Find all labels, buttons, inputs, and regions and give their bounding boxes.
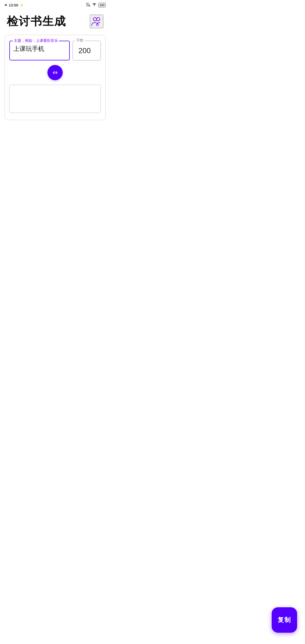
battery-indicator: 100: [98, 3, 106, 7]
svg-point-1: [94, 6, 95, 6]
word-count-input[interactable]: [78, 46, 95, 55]
page-title: 检讨书生成: [7, 14, 66, 29]
topic-field-wrapper: 主题，例如：上课看听音乐: [9, 41, 70, 60]
swap-button[interactable]: ⇔: [47, 65, 63, 80]
wifi-icon: [92, 3, 97, 8]
main-card: 主题，例如：上课看听音乐 字数 ⇔: [5, 35, 106, 120]
status-bar: ✖ 13:50 ⚡ 100: [0, 0, 110, 9]
word-count-wrapper: 字数: [73, 41, 101, 60]
swap-icon: ⇔: [53, 69, 58, 76]
sim-icon: ✖: [5, 3, 7, 7]
usb-icon: ⚡: [20, 3, 24, 7]
swap-button-wrapper: ⇔: [9, 65, 101, 80]
user-icon: [91, 16, 103, 27]
status-right: 100: [86, 3, 106, 8]
topic-label: 主题，例如：上课看听音乐: [13, 38, 59, 43]
status-left: ✖ 13:50 ⚡: [5, 3, 24, 7]
output-area[interactable]: [9, 85, 101, 113]
bell-icon: [86, 3, 90, 8]
time-display: 13:50: [9, 3, 18, 7]
svg-point-2: [93, 18, 97, 21]
topic-input[interactable]: [13, 44, 66, 53]
svg-point-3: [97, 18, 100, 21]
user-profile-button[interactable]: [90, 15, 103, 28]
input-row: 主题，例如：上课看听音乐 字数: [9, 41, 101, 60]
word-count-label: 字数: [75, 38, 85, 43]
svg-line-0: [86, 3, 90, 7]
header: 检讨书生成: [0, 9, 110, 35]
